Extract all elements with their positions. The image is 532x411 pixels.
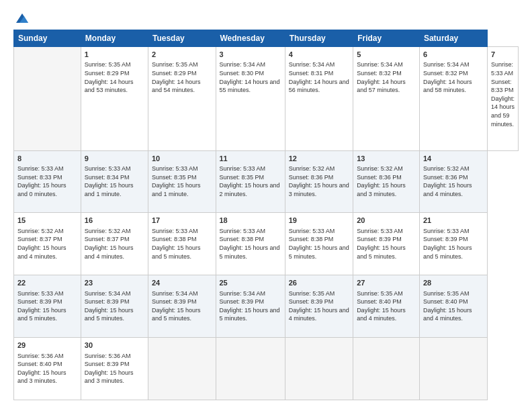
sunset: Sunset: 8:37 PM <box>85 236 130 242</box>
day-number: 3 <box>220 50 281 60</box>
sunrise: Sunrise: 5:35 AM <box>357 290 403 297</box>
day-number: 14 <box>423 154 484 164</box>
sunset: Sunset: 8:36 PM <box>423 174 468 181</box>
day-cell-10: 10Sunrise: 5:33 AMSunset: 8:35 PMDayligh… <box>148 150 216 213</box>
sunrise: Sunrise: 5:32 AM <box>85 228 131 234</box>
day-cell-7: 7Sunrise: 5:33 AMSunset: 8:33 PMDaylight… <box>487 47 518 151</box>
sunrise: Sunrise: 5:34 AM <box>220 61 266 68</box>
sunset: Sunset: 8:29 PM <box>152 70 197 77</box>
day-number: 26 <box>289 278 349 288</box>
sunset: Sunset: 8:39 PM <box>85 298 130 305</box>
daylight: Daylight: 15 hours and 5 minutes. <box>220 244 280 260</box>
day-cell-8: 8Sunrise: 5:33 AMSunset: 8:33 PMDaylight… <box>14 150 81 213</box>
day-number: 29 <box>17 340 77 351</box>
daylight: Daylight: 14 hours and 53 minutes. <box>85 79 134 94</box>
week-row-1: 1Sunrise: 5:35 AMSunset: 8:29 PMDaylight… <box>14 47 519 151</box>
sunrise: Sunrise: 5:34 AM <box>85 290 131 297</box>
header <box>13 11 519 23</box>
sunset: Sunset: 8:38 PM <box>289 236 334 242</box>
day-cell-13: 13Sunrise: 5:32 AMSunset: 8:36 PMDayligh… <box>353 150 420 213</box>
sunrise: Sunrise: 5:33 AM <box>220 228 266 234</box>
empty-cell <box>148 338 216 400</box>
weekday-header-row: SundayMondayTuesdayWednesdayThursdayFrid… <box>14 30 519 47</box>
sunrise: Sunrise: 5:33 AM <box>357 228 403 234</box>
sunrise: Sunrise: 5:33 AM <box>17 165 64 172</box>
day-cell-17: 17Sunrise: 5:33 AMSunset: 8:38 PMDayligh… <box>148 213 216 275</box>
sunset: Sunset: 8:40 PM <box>17 361 62 367</box>
day-cell-12: 12Sunrise: 5:32 AMSunset: 8:36 PMDayligh… <box>285 150 353 213</box>
sunset: Sunset: 8:39 PM <box>220 298 265 305</box>
sunrise: Sunrise: 5:33 AM <box>220 165 266 172</box>
day-number: 13 <box>357 154 416 164</box>
sunrise: Sunrise: 5:33 AM <box>85 165 131 172</box>
day-number: 9 <box>85 154 144 164</box>
daylight: Daylight: 14 hours and 58 minutes. <box>423 79 472 94</box>
daylight: Daylight: 15 hours and 1 minute. <box>85 182 134 197</box>
sunrise: Sunrise: 5:33 AM <box>17 290 64 297</box>
day-cell-11: 11Sunrise: 5:33 AMSunset: 8:35 PMDayligh… <box>216 150 285 213</box>
day-number: 12 <box>289 154 349 164</box>
daylight: Daylight: 15 hours and 5 minutes. <box>152 244 201 260</box>
weekday-wednesday: Wednesday <box>216 30 285 47</box>
daylight: Daylight: 15 hours and 0 minutes. <box>17 182 66 197</box>
daylight: Daylight: 15 hours and 5 minutes. <box>423 244 472 260</box>
day-number: 8 <box>17 154 77 164</box>
sunset: Sunset: 8:29 PM <box>85 70 130 77</box>
sunset: Sunset: 8:36 PM <box>289 174 334 181</box>
logo <box>13 11 30 23</box>
day-cell-28: 28Sunrise: 5:35 AMSunset: 8:40 PMDayligh… <box>419 275 487 338</box>
sunrise: Sunrise: 5:33 AM <box>491 61 513 77</box>
daylight: Daylight: 15 hours and 4 minutes. <box>357 307 406 322</box>
empty-cell <box>353 338 420 400</box>
daylight: Daylight: 15 hours and 5 minutes. <box>220 307 280 322</box>
daylight: Daylight: 15 hours and 3 minutes. <box>357 182 406 197</box>
daylight: Daylight: 15 hours and 1 minute. <box>152 182 201 197</box>
sunrise: Sunrise: 5:34 AM <box>220 290 266 297</box>
day-number: 16 <box>85 216 144 226</box>
day-cell-26: 26Sunrise: 5:35 AMSunset: 8:39 PMDayligh… <box>285 275 353 338</box>
daylight: Daylight: 15 hours and 3 minutes. <box>17 369 66 385</box>
day-number: 10 <box>152 154 212 164</box>
day-number: 23 <box>85 278 144 288</box>
weekday-saturday: Saturday <box>419 30 487 47</box>
daylight: Daylight: 15 hours and 5 minutes. <box>289 244 349 260</box>
sunrise: Sunrise: 5:34 AM <box>423 61 470 68</box>
day-number: 11 <box>220 154 281 164</box>
empty-cell <box>285 338 353 400</box>
day-number: 21 <box>423 216 484 226</box>
daylight: Daylight: 14 hours and 55 minutes. <box>220 79 280 94</box>
day-cell-25: 25Sunrise: 5:34 AMSunset: 8:39 PMDayligh… <box>216 275 285 338</box>
day-cell-9: 9Sunrise: 5:33 AMSunset: 8:34 PMDaylight… <box>81 150 148 213</box>
sunrise: Sunrise: 5:33 AM <box>289 228 335 234</box>
sunset: Sunset: 8:35 PM <box>152 174 197 181</box>
page: SundayMondayTuesdayWednesdayThursdayFrid… <box>0 0 532 411</box>
day-cell-16: 16Sunrise: 5:32 AMSunset: 8:37 PMDayligh… <box>81 213 148 275</box>
sunset: Sunset: 8:34 PM <box>85 174 130 181</box>
logo-icon <box>15 11 30 26</box>
day-number: 1 <box>85 50 144 60</box>
day-cell-5: 5Sunrise: 5:34 AMSunset: 8:32 PMDaylight… <box>353 47 420 151</box>
day-number: 17 <box>152 216 212 226</box>
day-number: 28 <box>423 278 484 288</box>
daylight: Daylight: 15 hours and 5 minutes. <box>85 307 134 322</box>
day-cell-21: 21Sunrise: 5:33 AMSunset: 8:39 PMDayligh… <box>419 213 487 275</box>
day-number: 27 <box>357 278 416 288</box>
daylight: Daylight: 15 hours and 5 minutes. <box>357 244 406 260</box>
day-cell-3: 3Sunrise: 5:34 AMSunset: 8:30 PMDaylight… <box>216 47 285 151</box>
sunset: Sunset: 8:39 PM <box>423 236 468 242</box>
day-number: 19 <box>289 216 349 226</box>
sunrise: Sunrise: 5:32 AM <box>17 228 64 234</box>
day-cell-6: 6Sunrise: 5:34 AMSunset: 8:32 PMDaylight… <box>419 47 487 151</box>
day-cell-1: 1Sunrise: 5:35 AMSunset: 8:29 PMDaylight… <box>81 47 148 151</box>
day-number: 22 <box>17 278 77 288</box>
sunrise: Sunrise: 5:32 AM <box>357 165 403 172</box>
sunset: Sunset: 8:33 PM <box>17 174 62 181</box>
daylight: Daylight: 15 hours and 3 minutes. <box>289 182 349 197</box>
sunrise: Sunrise: 5:35 AM <box>85 61 131 68</box>
day-cell-19: 19Sunrise: 5:33 AMSunset: 8:38 PMDayligh… <box>285 213 353 275</box>
sunset: Sunset: 8:35 PM <box>220 174 265 181</box>
day-number: 2 <box>152 50 212 60</box>
sunset: Sunset: 8:39 PM <box>289 298 334 305</box>
empty-cell <box>419 338 487 400</box>
sunrise: Sunrise: 5:36 AM <box>17 353 64 359</box>
